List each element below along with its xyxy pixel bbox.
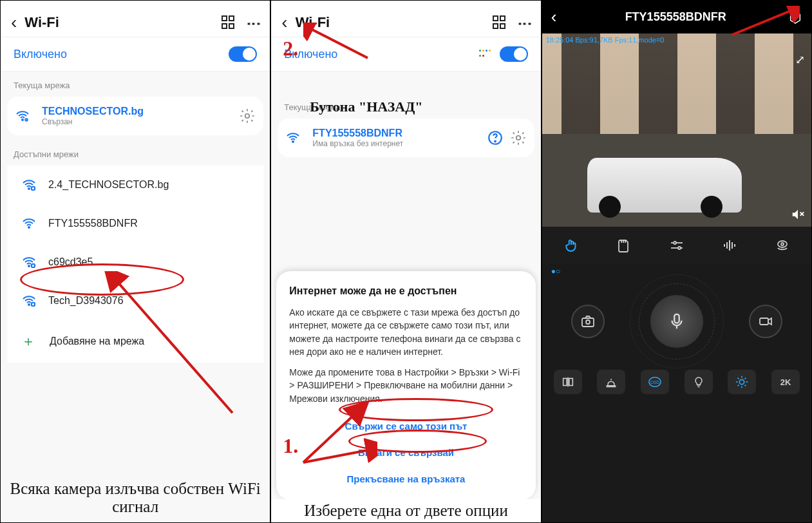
current-network-card[interactable]: FTY155558BDNFR Има връзка без интернет bbox=[278, 119, 534, 157]
no-internet-popup: Интернет може да не е достъпен Ако искат… bbox=[276, 271, 535, 500]
current-network-heading: Текуща мрежа bbox=[1, 71, 270, 94]
sliders-icon[interactable] bbox=[666, 236, 688, 255]
annotation-marker-1: 1. bbox=[283, 434, 298, 458]
talk-mic-button[interactable] bbox=[650, 295, 703, 348]
network-item-highlighted[interactable]: FTY155558BDNFR bbox=[7, 204, 263, 243]
qr-scan-icon[interactable] bbox=[493, 15, 507, 30]
screenshot-3-camera-app: ‹ FTY155558BDNFR 18:25:04 Bps:91,7KB Fps… bbox=[542, 1, 811, 522]
svg-line-55 bbox=[745, 385, 746, 386]
svg-rect-45 bbox=[607, 386, 616, 387]
wifi-lock-icon bbox=[21, 254, 37, 270]
camera-header: ‹ FTY155558BDNFR bbox=[542, 1, 811, 33]
svg-line-57 bbox=[745, 378, 746, 379]
wifi-toggle-switch[interactable] bbox=[229, 46, 257, 62]
more-icon[interactable]: ⋮ bbox=[245, 17, 262, 29]
svg-line-56 bbox=[738, 385, 739, 386]
current-network-status: Има връзка без интернет bbox=[312, 139, 486, 148]
svg-point-2 bbox=[245, 114, 250, 119]
screenshot-1-wifi-settings: ‹ Wi-Fi ⋮ Включено Текуща мрежа TECHNOSE… bbox=[1, 1, 271, 522]
svg-point-0 bbox=[22, 119, 23, 120]
gear-icon[interactable] bbox=[239, 108, 256, 124]
quality-button[interactable]: 2K bbox=[771, 370, 800, 394]
back-icon[interactable]: ‹ bbox=[281, 12, 287, 33]
svg-point-38 bbox=[586, 320, 590, 324]
svg-point-8 bbox=[28, 304, 30, 305]
network-name: Tech_D3943076 bbox=[48, 295, 124, 307]
record-button[interactable] bbox=[749, 305, 782, 338]
popup-paragraph: Може да промените това в Настройки > Връ… bbox=[289, 366, 522, 405]
svg-rect-42 bbox=[563, 379, 567, 386]
annotation-footer-caption: Изберете една от двете опции bbox=[271, 499, 540, 522]
wifi-icon bbox=[285, 130, 301, 146]
current-network-name: FTY155558BDNFR bbox=[312, 128, 486, 139]
network-item[interactable]: 2.4_TECHNOSECTOR.bg bbox=[7, 166, 263, 204]
svg-rect-41 bbox=[760, 318, 768, 325]
annotation-marker-2: 2. bbox=[283, 37, 298, 61]
svg-rect-39 bbox=[674, 314, 679, 323]
annotation-caption: Всяка камера излъчва собствен WiFi сигна… bbox=[1, 477, 270, 518]
svg-point-49 bbox=[740, 379, 744, 384]
brightness-icon[interactable] bbox=[728, 370, 756, 394]
wifi-toggle-row[interactable]: Включено bbox=[1, 37, 270, 71]
ptz-icon[interactable] bbox=[771, 236, 793, 255]
osd-icon[interactable]: OSD bbox=[641, 370, 669, 394]
connecting-dots-icon bbox=[479, 50, 492, 59]
header-bar: ‹ Wi-Fi ⋮ bbox=[1, 1, 270, 37]
wifi-icon bbox=[21, 216, 37, 231]
sd-card-icon[interactable] bbox=[613, 236, 635, 255]
current-network-name: TECHNOSECTOR.bg bbox=[42, 106, 239, 117]
available-networks-heading: Достъпни мрежи bbox=[1, 138, 270, 163]
popup-paragraph: Ако искате да се свържете с тази мрежа б… bbox=[289, 306, 522, 358]
live-video-feed[interactable]: 18:25:04 Bps:91,7KB Fps:11,mode=0 ⤢ bbox=[542, 33, 811, 227]
video-content bbox=[587, 158, 742, 213]
mute-icon[interactable] bbox=[791, 207, 805, 222]
current-network-card[interactable]: TECHNOSECTOR.bg Свързан bbox=[7, 97, 263, 135]
gear-icon[interactable] bbox=[510, 129, 527, 146]
network-item[interactable]: c69cd3e5 bbox=[7, 243, 263, 281]
svg-line-54 bbox=[738, 378, 739, 379]
camera-main-controls bbox=[542, 278, 811, 361]
camera-device-title: FTY155558BDNFR bbox=[563, 10, 788, 24]
fullscreen-icon[interactable]: ⤢ bbox=[795, 53, 805, 67]
camera-top-toolbar bbox=[542, 227, 811, 264]
wifi-enabled-label: Включено bbox=[284, 48, 478, 61]
svg-point-5 bbox=[28, 227, 30, 228]
svg-marker-18 bbox=[791, 11, 800, 23]
qr-scan-icon[interactable] bbox=[222, 15, 236, 30]
back-icon[interactable]: ‹ bbox=[11, 12, 17, 33]
back-icon[interactable]: ‹ bbox=[551, 7, 557, 27]
settings-icon[interactable] bbox=[788, 10, 802, 24]
svg-text:OSD: OSD bbox=[650, 380, 659, 385]
popup-heading: Интернет може да не е достъпен bbox=[289, 285, 522, 297]
svg-rect-7 bbox=[32, 264, 35, 267]
svg-point-29 bbox=[678, 247, 681, 249]
page-title: Wi-Fi bbox=[24, 14, 222, 31]
more-icon[interactable]: ⋮ bbox=[516, 17, 533, 29]
network-name: 2.4_TECHNOSECTOR.bg bbox=[48, 179, 169, 191]
wifi-enabled-label: Включено bbox=[14, 48, 229, 61]
popup-option-always-connect[interactable]: Винаги се свързвай bbox=[289, 439, 522, 466]
waveform-icon[interactable] bbox=[719, 236, 741, 255]
wifi-toggle-switch[interactable] bbox=[500, 46, 528, 62]
gesture-icon[interactable] bbox=[560, 236, 582, 255]
wifi-toggle-row[interactable]: Включено bbox=[271, 37, 540, 71]
svg-point-19 bbox=[793, 15, 797, 19]
popup-option-connect-once[interactable]: Свържи се само този път bbox=[289, 413, 522, 439]
network-item[interactable]: Tech_D3943076 bbox=[7, 281, 263, 320]
svg-rect-43 bbox=[569, 379, 572, 386]
header-bar: ‹ Wi-Fi ⋮ bbox=[271, 1, 540, 37]
video-background bbox=[542, 33, 811, 134]
svg-point-36 bbox=[781, 243, 784, 245]
alarm-icon[interactable] bbox=[597, 370, 625, 394]
add-network-row[interactable]: ＋ Добавяне на мрежа bbox=[7, 320, 263, 363]
wifi-lock-icon bbox=[21, 177, 37, 193]
snapshot-button[interactable] bbox=[571, 305, 605, 338]
help-icon[interactable] bbox=[487, 129, 504, 146]
popup-option-disconnect[interactable]: Прекъсване на връзката bbox=[289, 466, 522, 492]
svg-rect-4 bbox=[32, 187, 35, 190]
svg-point-13 bbox=[495, 141, 496, 142]
svg-point-14 bbox=[516, 136, 520, 140]
bulb-icon[interactable] bbox=[685, 370, 713, 394]
screenshot-2-wifi-popup: ‹ Wi-Fi ⋮ Включено Бутона "НАЗАД" Текуща… bbox=[271, 1, 542, 522]
flip-icon[interactable] bbox=[554, 370, 582, 394]
